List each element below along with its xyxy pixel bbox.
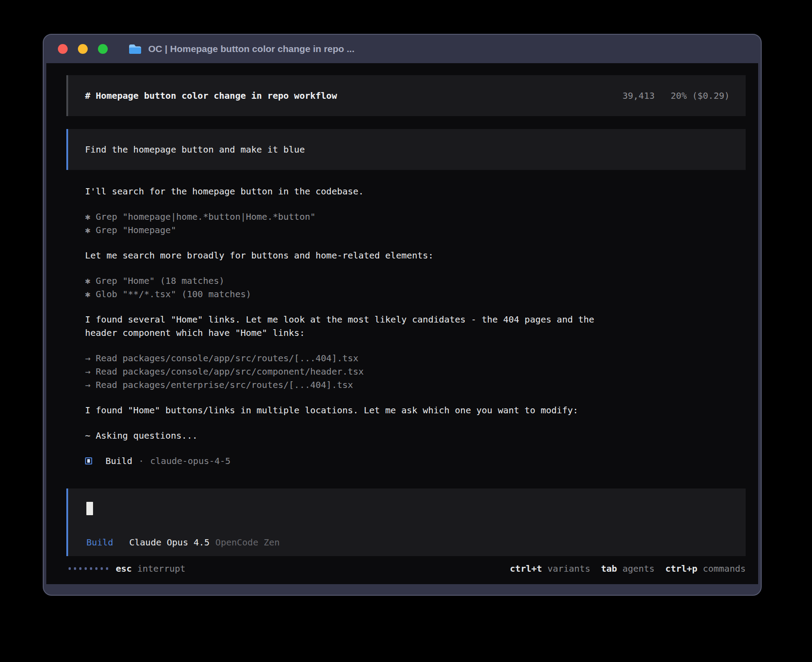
tool-call-read: → Read packages/console/app/src/componen… (85, 365, 617, 378)
context-cost: 20% ($0.29) (671, 90, 730, 101)
tool-call-read: → Read packages/enterprise/src/routes/[.… (85, 378, 617, 392)
shortcut-interrupt: esc interrupt (116, 562, 186, 575)
assistant-paragraph: I found several "Home" links. Let me loo… (85, 313, 617, 339)
user-message: Find the homepage button and make it blu… (66, 129, 746, 170)
input-provider-label: OpenCode Zen (215, 536, 280, 549)
window-bottom-strip (44, 584, 761, 595)
user-message-text: Find the homepage button and make it blu… (85, 143, 305, 156)
tool-call-grep: ✱ Grep "homepage|home.*button|Home.*butt… (85, 210, 617, 223)
zoom-button[interactable] (98, 44, 108, 54)
separator-dot: · (138, 454, 144, 468)
tool-call-glob: ✱ Glob "**/*.tsx" (100 matches) (85, 287, 617, 301)
session-stats: 39,413 20% ($0.29) (622, 89, 730, 102)
tool-call-grep: ✱ Grep "Home" (18 matches) (85, 274, 617, 287)
spinner-dot (74, 567, 76, 570)
build-agent-icon (85, 457, 92, 464)
spinner-dot (101, 567, 103, 570)
prompt-input[interactable]: Build Claude Opus 4.5 OpenCode Zen (66, 488, 746, 556)
spinner-dot (85, 567, 87, 570)
folder-icon (128, 44, 142, 55)
status-bar: esc interrupt ctrl+t variants tab agents… (66, 562, 746, 575)
window-title: OC | Homepage button color change in rep… (148, 44, 354, 54)
spinner-dot (79, 567, 81, 570)
tool-call-group: → Read packages/console/app/src/routes/[… (85, 351, 617, 392)
spinner-dot (95, 567, 97, 570)
shortcut-variants: ctrl+t variants (510, 562, 590, 575)
window-controls (58, 44, 108, 54)
shortcut-agents: tab agents (601, 562, 654, 575)
agent-status-line: Build · claude-opus-4-5 (85, 454, 746, 468)
minimize-button[interactable] (78, 44, 88, 54)
assistant-response: I'll search for the homepage button in t… (85, 185, 746, 442)
assistant-paragraph: I'll search for the homepage button in t… (85, 185, 617, 198)
token-count: 39,413 (622, 90, 654, 101)
input-meta-row: Build Claude Opus 4.5 OpenCode Zen (86, 536, 730, 549)
input-agent-label[interactable]: Build (86, 536, 113, 549)
tool-call-read: → Read packages/console/app/src/routes/[… (85, 351, 617, 365)
assistant-paragraph: Let me search more broadly for buttons a… (85, 249, 617, 262)
spinner-dot (69, 567, 71, 570)
session-header: # Homepage button color change in repo w… (66, 75, 746, 116)
spinner-dot (90, 567, 92, 570)
titlebar[interactable]: OC | Homepage button color change in rep… (44, 35, 761, 63)
shortcut-commands: ctrl+p commands (665, 562, 746, 575)
close-button[interactable] (58, 44, 68, 54)
agent-model: claude-opus-4-5 (150, 454, 231, 468)
terminal-content: # Homepage button color change in repo w… (46, 63, 758, 584)
text-cursor (86, 502, 93, 515)
spinner-dot (106, 567, 108, 570)
tool-call-group: ✱ Grep "homepage|home.*button|Home.*butt… (85, 210, 617, 237)
session-title: # Homepage button color change in repo w… (85, 89, 337, 102)
tool-call-group: ✱ Grep "Home" (18 matches) ✱ Glob "**/*.… (85, 274, 617, 301)
working-spinner (69, 567, 108, 570)
shortcut-hints: ctrl+t variants tab agents ctrl+p comman… (510, 562, 746, 575)
agent-name: Build (106, 454, 132, 468)
input-model-label[interactable]: Claude Opus 4.5 (129, 536, 210, 549)
assistant-paragraph: I found "Home" buttons/links in multiple… (85, 404, 617, 417)
status-text: ~ Asking questions... (85, 429, 617, 442)
tool-call-grep: ✱ Grep "Homepage" (85, 223, 617, 237)
terminal-window: OC | Homepage button color change in rep… (43, 34, 762, 596)
